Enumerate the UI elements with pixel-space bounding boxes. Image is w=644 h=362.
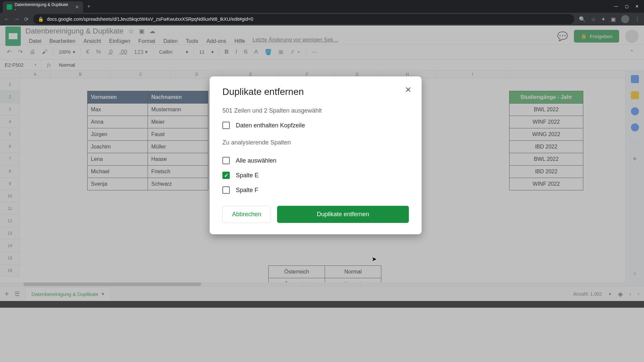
cancel-button: Abbrechen [222,206,271,223]
bookmark-icon[interactable]: ☆ [591,16,596,22]
browser-nav-bar: ← → ⟳ 🔒 docs.google.com/spreadsheets/d/1… [0,13,644,25]
profile-avatar[interactable] [621,15,629,23]
checkbox-icon [222,122,230,129]
menu-icon[interactable]: ⋮ [635,16,640,22]
confirm-button[interactable]: Duplikate entfernen [277,206,409,223]
forward-icon[interactable]: → [14,16,19,22]
extensions-icon[interactable]: ✦ [601,16,605,22]
reload-icon[interactable]: ⟳ [24,16,29,22]
minimize-icon[interactable]: — [614,4,618,9]
url-bar[interactable]: 🔒 docs.google.com/spreadsheets/d/1Jevzbk… [33,14,574,24]
select-all-checkbox[interactable]: Alle auswählen [222,157,409,164]
column-e-checkbox[interactable]: ✓ Spalte E [222,172,409,179]
zoom-icon[interactable]: 🔍 [579,16,586,22]
header-row-checkbox[interactable]: Daten enthalten Kopfzeile [222,122,409,129]
close-icon[interactable]: ✕ [405,85,412,95]
checkbox-icon [222,157,230,164]
dialog-subtitle: 501 Zeilen und 2 Spalten ausgewählt [222,107,409,114]
lock-icon: 🔒 [38,16,44,22]
url-text: docs.google.com/spreadsheets/d/1Jevzbkqc… [47,16,253,22]
stream-icon[interactable]: ▣ [611,16,616,22]
window-controls: — ▢ ✕ [614,4,644,9]
browser-tab-strip: Datenbereinigung & Duplikate - ✕ + — ▢ ✕ [0,0,644,13]
back-icon[interactable]: ← [4,16,9,22]
browser-tab[interactable]: Datenbereinigung & Duplikate - ✕ [3,1,83,13]
column-f-checkbox[interactable]: Spalte F [222,186,409,194]
new-tab-button[interactable]: + [87,3,90,9]
close-window-icon[interactable]: ✕ [635,4,639,9]
tab-title: Datenbereinigung & Duplikate - [15,2,70,12]
checkbox-icon [222,186,230,194]
close-tab-icon[interactable]: ✕ [75,4,79,10]
dialog-title: Duplikate entfernen [222,86,409,97]
maximize-icon[interactable]: ▢ [625,4,629,9]
remove-duplicates-dialog: Duplikate entfernen ✕ 501 Zeilen und 2 S… [210,76,422,234]
sheets-favicon [7,4,12,10]
checkbox-checked-icon: ✓ [222,172,230,179]
columns-section-label: Zu analysierende Spalten [222,139,409,146]
